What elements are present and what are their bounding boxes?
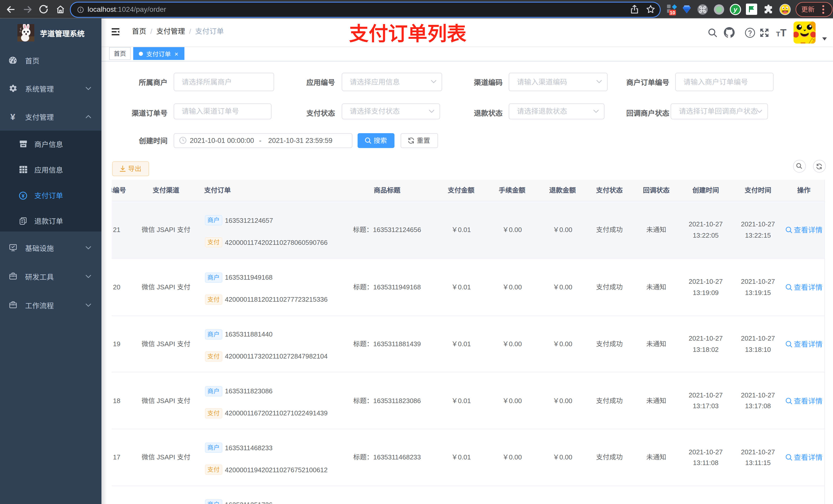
svg-text:¥: ¥: [10, 113, 15, 121]
svg-text:¥: ¥: [22, 193, 25, 199]
svg-text:10: 10: [670, 10, 675, 15]
svg-text:y: y: [733, 6, 738, 13]
